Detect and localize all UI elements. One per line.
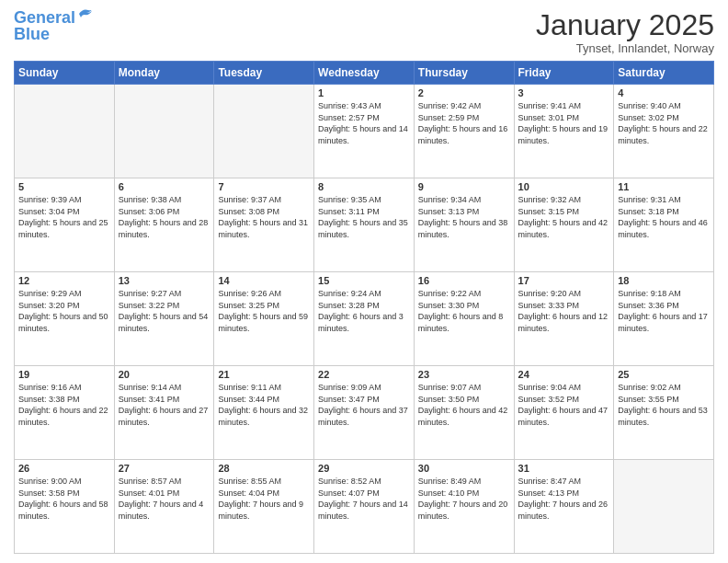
- calendar-day: 20Sunrise: 9:14 AM Sunset: 3:41 PM Dayli…: [114, 366, 214, 460]
- day-info: Sunrise: 9:37 AM Sunset: 3:08 PM Dayligh…: [218, 194, 310, 240]
- day-info: Sunrise: 9:24 AM Sunset: 3:28 PM Dayligh…: [318, 288, 410, 334]
- calendar-day: 16Sunrise: 9:22 AM Sunset: 3:30 PM Dayli…: [414, 272, 514, 366]
- day-number: 14: [218, 275, 310, 286]
- day-number: 2: [418, 87, 510, 98]
- day-info: Sunrise: 8:57 AM Sunset: 4:01 PM Dayligh…: [119, 476, 210, 522]
- calendar-day: 31Sunrise: 8:47 AM Sunset: 4:13 PM Dayli…: [514, 460, 614, 554]
- day-info: Sunrise: 9:27 AM Sunset: 3:22 PM Dayligh…: [119, 288, 210, 334]
- day-info: Sunrise: 9:04 AM Sunset: 3:52 PM Dayligh…: [518, 382, 610, 428]
- day-number: 12: [18, 275, 110, 286]
- calendar-day: [614, 460, 714, 554]
- day-info: Sunrise: 9:39 AM Sunset: 3:04 PM Dayligh…: [18, 194, 110, 240]
- page: General Blue January 2025 Tynset, Innlan…: [0, 0, 728, 563]
- day-number: 15: [318, 275, 410, 286]
- calendar-day: 28Sunrise: 8:55 AM Sunset: 4:04 PM Dayli…: [214, 460, 314, 554]
- calendar-day: 22Sunrise: 9:09 AM Sunset: 3:47 PM Dayli…: [314, 366, 415, 460]
- day-number: 31: [518, 463, 610, 474]
- day-info: Sunrise: 9:18 AM Sunset: 3:36 PM Dayligh…: [618, 288, 710, 334]
- calendar-day: 3Sunrise: 9:41 AM Sunset: 3:01 PM Daylig…: [514, 85, 614, 178]
- day-number: 24: [518, 369, 610, 380]
- calendar-day: 7Sunrise: 9:37 AM Sunset: 3:08 PM Daylig…: [214, 178, 314, 272]
- day-info: Sunrise: 8:47 AM Sunset: 4:13 PM Dayligh…: [518, 476, 610, 522]
- day-info: Sunrise: 9:43 AM Sunset: 2:57 PM Dayligh…: [318, 100, 410, 146]
- calendar-week-2: 12Sunrise: 9:29 AM Sunset: 3:20 PM Dayli…: [15, 272, 714, 366]
- day-number: 3: [518, 87, 610, 98]
- day-number: 8: [318, 181, 410, 192]
- calendar-day: 30Sunrise: 8:49 AM Sunset: 4:10 PM Dayli…: [414, 460, 514, 554]
- calendar-day: 25Sunrise: 9:02 AM Sunset: 3:55 PM Dayli…: [614, 366, 714, 460]
- calendar-day: 11Sunrise: 9:31 AM Sunset: 3:18 PM Dayli…: [614, 178, 714, 272]
- calendar-week-1: 5Sunrise: 9:39 AM Sunset: 3:04 PM Daylig…: [15, 178, 714, 272]
- calendar-day: 21Sunrise: 9:11 AM Sunset: 3:44 PM Dayli…: [214, 366, 314, 460]
- day-number: 29: [318, 463, 410, 474]
- calendar-week-4: 26Sunrise: 9:00 AM Sunset: 3:58 PM Dayli…: [15, 460, 714, 554]
- day-number: 23: [418, 369, 510, 380]
- day-info: Sunrise: 9:16 AM Sunset: 3:38 PM Dayligh…: [18, 382, 110, 428]
- day-number: 18: [618, 275, 710, 286]
- day-info: Sunrise: 9:20 AM Sunset: 3:33 PM Dayligh…: [518, 288, 610, 334]
- calendar-day: 18Sunrise: 9:18 AM Sunset: 3:36 PM Dayli…: [614, 272, 714, 366]
- day-info: Sunrise: 9:09 AM Sunset: 3:47 PM Dayligh…: [318, 382, 410, 428]
- calendar-title: January 2025: [536, 9, 714, 41]
- calendar-day: 9Sunrise: 9:34 AM Sunset: 3:13 PM Daylig…: [414, 178, 514, 272]
- calendar-day: [15, 85, 115, 178]
- calendar-week-3: 19Sunrise: 9:16 AM Sunset: 3:38 PM Dayli…: [15, 366, 714, 460]
- day-number: 22: [318, 369, 410, 380]
- day-number: 21: [218, 369, 310, 380]
- title-block: January 2025 Tynset, Innlandet, Norway: [536, 9, 714, 55]
- day-number: 13: [119, 275, 210, 286]
- calendar-day: 15Sunrise: 9:24 AM Sunset: 3:28 PM Dayli…: [314, 272, 415, 366]
- day-info: Sunrise: 9:34 AM Sunset: 3:13 PM Dayligh…: [418, 194, 510, 240]
- day-info: Sunrise: 9:35 AM Sunset: 3:11 PM Dayligh…: [318, 194, 410, 240]
- day-number: 9: [418, 181, 510, 192]
- calendar-week-0: 1Sunrise: 9:43 AM Sunset: 2:57 PM Daylig…: [15, 85, 714, 178]
- day-number: 11: [618, 181, 710, 192]
- calendar-day: 14Sunrise: 9:26 AM Sunset: 3:25 PM Dayli…: [214, 272, 314, 366]
- calendar-day: 17Sunrise: 9:20 AM Sunset: 3:33 PM Dayli…: [514, 272, 614, 366]
- calendar-day: 10Sunrise: 9:32 AM Sunset: 3:15 PM Dayli…: [514, 178, 614, 272]
- day-number: 6: [119, 181, 210, 192]
- day-info: Sunrise: 9:26 AM Sunset: 3:25 PM Dayligh…: [218, 288, 310, 334]
- header-wednesday: Wednesday: [314, 62, 415, 85]
- header-thursday: Thursday: [414, 62, 514, 85]
- calendar-table: Sunday Monday Tuesday Wednesday Thursday…: [14, 61, 714, 554]
- calendar-day: 27Sunrise: 8:57 AM Sunset: 4:01 PM Dayli…: [114, 460, 214, 554]
- day-info: Sunrise: 9:42 AM Sunset: 2:59 PM Dayligh…: [418, 100, 510, 146]
- calendar-day: 24Sunrise: 9:04 AM Sunset: 3:52 PM Dayli…: [514, 366, 614, 460]
- calendar-day: 29Sunrise: 8:52 AM Sunset: 4:07 PM Dayli…: [314, 460, 415, 554]
- day-info: Sunrise: 8:55 AM Sunset: 4:04 PM Dayligh…: [218, 476, 310, 522]
- calendar-day: 13Sunrise: 9:27 AM Sunset: 3:22 PM Dayli…: [114, 272, 214, 366]
- day-info: Sunrise: 9:11 AM Sunset: 3:44 PM Dayligh…: [218, 382, 310, 428]
- day-info: Sunrise: 9:29 AM Sunset: 3:20 PM Dayligh…: [18, 288, 110, 334]
- calendar-day: 1Sunrise: 9:43 AM Sunset: 2:57 PM Daylig…: [314, 85, 415, 178]
- calendar-day: 8Sunrise: 9:35 AM Sunset: 3:11 PM Daylig…: [314, 178, 415, 272]
- day-info: Sunrise: 9:40 AM Sunset: 3:02 PM Dayligh…: [618, 100, 710, 146]
- day-info: Sunrise: 9:14 AM Sunset: 3:41 PM Dayligh…: [119, 382, 210, 428]
- header-tuesday: Tuesday: [214, 62, 314, 85]
- calendar-subtitle: Tynset, Innlandet, Norway: [536, 41, 714, 55]
- day-info: Sunrise: 9:00 AM Sunset: 3:58 PM Dayligh…: [18, 476, 110, 522]
- day-info: Sunrise: 9:31 AM Sunset: 3:18 PM Dayligh…: [618, 194, 710, 240]
- day-info: Sunrise: 9:07 AM Sunset: 3:50 PM Dayligh…: [418, 382, 510, 428]
- day-info: Sunrise: 9:41 AM Sunset: 3:01 PM Dayligh…: [518, 100, 610, 146]
- day-number: 4: [618, 87, 710, 98]
- header-saturday: Saturday: [614, 62, 714, 85]
- day-info: Sunrise: 9:22 AM Sunset: 3:30 PM Dayligh…: [418, 288, 510, 334]
- calendar-day: 6Sunrise: 9:38 AM Sunset: 3:06 PM Daylig…: [114, 178, 214, 272]
- day-number: 10: [518, 181, 610, 192]
- calendar-day: 4Sunrise: 9:40 AM Sunset: 3:02 PM Daylig…: [614, 85, 714, 178]
- calendar-day: 12Sunrise: 9:29 AM Sunset: 3:20 PM Dayli…: [15, 272, 115, 366]
- calendar-day: [114, 85, 214, 178]
- logo-text-blue: Blue: [14, 26, 50, 44]
- day-number: 1: [318, 87, 410, 98]
- logo-bird-icon: [77, 6, 94, 21]
- day-number: 28: [218, 463, 310, 474]
- day-number: 7: [218, 181, 310, 192]
- day-number: 5: [18, 181, 110, 192]
- calendar-day: 23Sunrise: 9:07 AM Sunset: 3:50 PM Dayli…: [414, 366, 514, 460]
- day-info: Sunrise: 8:52 AM Sunset: 4:07 PM Dayligh…: [318, 476, 410, 522]
- day-number: 26: [18, 463, 110, 474]
- day-info: Sunrise: 9:32 AM Sunset: 3:15 PM Dayligh…: [518, 194, 610, 240]
- calendar-day: [214, 85, 314, 178]
- calendar-day: 2Sunrise: 9:42 AM Sunset: 2:59 PM Daylig…: [414, 85, 514, 178]
